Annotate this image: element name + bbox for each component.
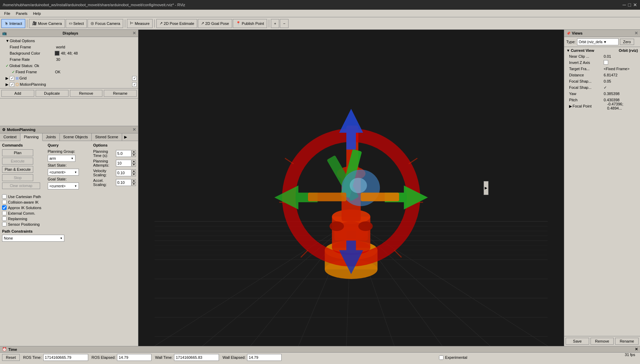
reset-btn[interactable]: Reset: [2, 354, 20, 361]
displays-close-btn[interactable]: ✕: [132, 31, 136, 36]
motion-planning-close-btn[interactable]: ✕: [132, 127, 136, 132]
add-display-btn[interactable]: Add: [1, 90, 34, 97]
planning-attempts-down[interactable]: ▼: [132, 163, 136, 167]
frame-rate-item: Frame Rate 30: [0, 56, 138, 63]
path-constraints-select[interactable]: None ▼: [2, 235, 64, 242]
goal-state-label: Goal State:: [48, 177, 67, 181]
sensor-positioning-checkbox[interactable]: [2, 222, 7, 226]
minimize-btn[interactable]: ─: [623, 2, 626, 8]
tab-scene-objects[interactable]: Scene Objects: [60, 133, 92, 141]
velocity-scaling-down[interactable]: ▼: [132, 173, 136, 176]
global-options-arrow[interactable]: ▼: [6, 39, 10, 43]
accel-scaling-up[interactable]: ▲: [132, 179, 136, 183]
planning-time-input[interactable]: [116, 150, 131, 157]
clear-octomap-btn[interactable]: Clear octomap: [2, 183, 40, 189]
measure-button[interactable]: ⊢ Measure: [127, 19, 153, 28]
invert-z-checkbox[interactable]: [604, 60, 608, 65]
collapse-panel-arrow[interactable]: ▶: [484, 181, 488, 195]
motion-planning-item[interactable]: ▶ ✓ ⬡ MotionPlanning ✓: [0, 81, 138, 87]
tab-context[interactable]: Context: [0, 133, 20, 141]
grid-arrow[interactable]: ▶: [6, 76, 10, 81]
views-remove-btn[interactable]: Remove: [591, 338, 614, 345]
menu-panels[interactable]: Panels: [13, 11, 30, 16]
planning-attempts-up[interactable]: ▲: [132, 160, 136, 163]
maximize-btn[interactable]: □: [628, 2, 631, 8]
select-button[interactable]: ▭ Select: [66, 19, 87, 28]
planning-attempts-input[interactable]: [116, 160, 131, 167]
planning-group-select[interactable]: arm ▼: [48, 155, 75, 162]
motion-planning-checkbox[interactable]: ✓: [10, 82, 14, 87]
wall-elapsed-input[interactable]: [247, 354, 282, 361]
external-comm-checkbox[interactable]: [2, 211, 7, 215]
motion-planning-enabled-check[interactable]: ✓: [132, 82, 137, 87]
planning-time-up[interactable]: ▲: [132, 150, 136, 153]
ros-elapsed-input[interactable]: [117, 354, 152, 361]
velocity-scaling-spinner[interactable]: ▲ ▼: [116, 169, 136, 176]
execute-btn[interactable]: Execute: [2, 158, 33, 165]
plan-btn[interactable]: Plan: [2, 149, 33, 156]
ros-time-input[interactable]: [43, 354, 88, 361]
current-view-label: Current View: [571, 48, 594, 53]
publish-point-button[interactable]: 📍 Publish Point: [233, 19, 267, 28]
views-type-select[interactable]: Orbit (rviz_defa ▼: [577, 38, 619, 45]
replanning-checkbox[interactable]: [2, 216, 7, 221]
tab-joints[interactable]: Joints: [43, 133, 60, 141]
accel-scaling-input[interactable]: [116, 179, 131, 186]
global-options-item[interactable]: ▼ Global Options: [0, 38, 138, 44]
tab-planning[interactable]: Planning: [20, 133, 43, 141]
focal-point-value: -0.47396; 0.4894...: [607, 102, 638, 110]
goal-state-select[interactable]: <current> ▼: [48, 183, 79, 189]
views-save-btn[interactable]: Save: [566, 338, 589, 345]
focal-point-arrow[interactable]: ▶: [569, 104, 572, 109]
grid-checkbox[interactable]: ✓: [10, 76, 14, 81]
views-close-btn[interactable]: ✕: [634, 31, 638, 36]
close-btn[interactable]: ✕: [633, 2, 637, 8]
wall-time-field: Wall Time:: [155, 354, 219, 361]
statusbar-close-btn[interactable]: ✕: [635, 347, 638, 352]
background-color-swatch[interactable]: [55, 51, 60, 56]
velocity-scaling-up[interactable]: ▲: [132, 169, 136, 173]
experimental-checkbox[interactable]: [439, 355, 444, 360]
rename-display-btn[interactable]: Rename: [104, 90, 137, 97]
collision-aware-ik-checkbox[interactable]: [2, 200, 7, 204]
wall-time-input[interactable]: [174, 354, 219, 361]
global-status-item[interactable]: ✓ Global Status: Ok: [0, 63, 138, 69]
views-rename-btn[interactable]: Rename: [615, 338, 639, 345]
start-state-select[interactable]: <current> ▼: [48, 169, 79, 176]
focal-point-row[interactable]: ▶ Focal Point -0.47396; 0.4894...: [565, 103, 639, 109]
motion-content: Commands Plan Execute Plan & Execute Sto…: [0, 141, 138, 346]
focus-camera-button[interactable]: ◎ Focus Camera: [88, 19, 123, 28]
motion-planning-arrow[interactable]: ▶: [6, 82, 10, 87]
move-camera-button[interactable]: 🎥 Move Camera: [29, 19, 65, 28]
planning-time-spinner[interactable]: ▲ ▼: [116, 150, 136, 157]
pose-estimate-button[interactable]: ↗ 2D Pose Estimate: [156, 19, 197, 28]
displays-icon: 📺: [2, 31, 7, 36]
views-zero-btn[interactable]: Zero: [620, 39, 634, 45]
stop-btn[interactable]: Stop: [2, 174, 33, 181]
menu-file[interactable]: File: [1, 11, 13, 16]
accel-scaling-down[interactable]: ▼: [132, 183, 136, 186]
goal-pose-button[interactable]: ↗ 2D Goal Pose: [198, 19, 232, 28]
pitch-label: Pitch: [569, 98, 604, 102]
tab-stored-scene[interactable]: Stored Scene: [92, 133, 122, 141]
viewport[interactable]: ▶: [138, 30, 564, 346]
planning-attempts-spinner[interactable]: ▲ ▼: [116, 160, 136, 167]
approx-ik-checkbox[interactable]: [2, 205, 7, 210]
plan-execute-btn[interactable]: Plan & Execute: [2, 166, 33, 173]
current-view-header[interactable]: ▼ Current View Orbit (rviz): [565, 48, 639, 53]
use-cartesian-path-checkbox[interactable]: [2, 194, 7, 199]
motion-planning-label: MotionPlanning: [20, 82, 46, 86]
add-button[interactable]: +: [271, 19, 279, 28]
tab-more-arrow[interactable]: ▶: [122, 133, 129, 141]
subtract-button[interactable]: −: [280, 19, 288, 28]
accel-scaling-row: Accel. Scaling: ▲ ▼: [93, 178, 136, 187]
remove-display-btn[interactable]: Remove: [70, 90, 103, 97]
menu-help[interactable]: Help: [30, 11, 44, 16]
planning-time-down[interactable]: ▼: [132, 153, 136, 157]
accel-scaling-spinner[interactable]: ▲ ▼: [116, 179, 136, 186]
grid-item[interactable]: ▶ ✓ ⊞ Grid ✓: [0, 75, 138, 81]
duplicate-display-btn[interactable]: Duplicate: [36, 90, 68, 97]
interact-button[interactable]: 🖱 Interact: [1, 19, 25, 28]
grid-enabled-check[interactable]: ✓: [132, 76, 137, 81]
velocity-scaling-input[interactable]: [116, 169, 131, 176]
